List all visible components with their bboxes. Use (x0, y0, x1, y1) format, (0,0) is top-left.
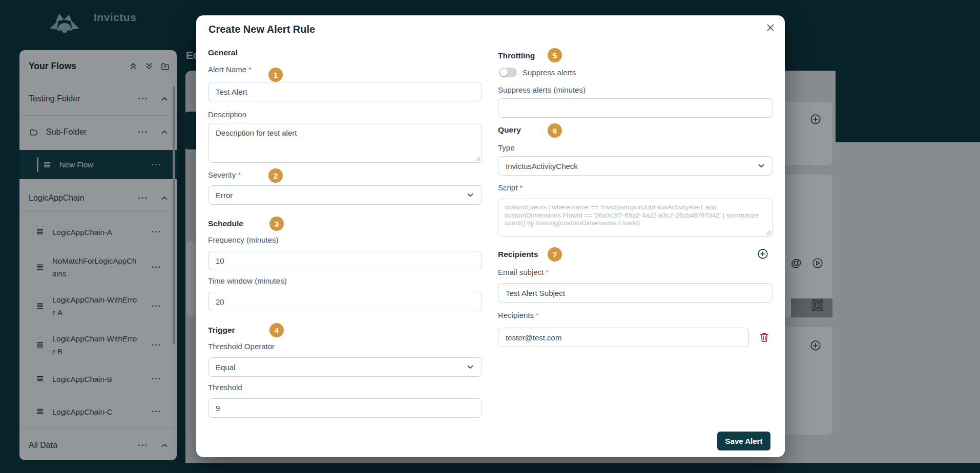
step-badge-3: 3 (269, 217, 284, 231)
step-badge-7: 7 (548, 247, 562, 262)
threshold-label: Threshold (208, 383, 242, 392)
step-badge-4: 4 (269, 323, 284, 337)
chevron-down-icon (466, 191, 474, 199)
threshold-operator-select[interactable]: Equal (208, 357, 482, 377)
severity-select[interactable]: Error (208, 185, 482, 205)
query-type-select[interactable]: InvictusActivityCheck (498, 156, 773, 176)
recipients-label: Recipients* (498, 311, 539, 319)
section-schedule: Schedule (208, 219, 243, 228)
section-general: General (208, 48, 238, 57)
alert-name-input[interactable] (208, 82, 482, 101)
threshold-operator-label: Threshold Operator (208, 342, 275, 351)
add-recipient-icon[interactable] (757, 248, 768, 260)
chevron-down-icon (757, 162, 765, 170)
frequency-label: Frequency (minutes) (208, 235, 279, 244)
suppress-alerts-toggle[interactable] (499, 68, 517, 77)
recipient-input[interactable] (498, 328, 749, 347)
section-query: Query (498, 125, 521, 135)
step-badge-2: 2 (268, 168, 283, 183)
delete-recipient-icon[interactable] (760, 332, 769, 342)
step-badge-1: 1 (268, 68, 283, 82)
query-type-label: Type (498, 143, 515, 152)
chevron-down-icon (466, 363, 474, 371)
suppress-alerts-label: Suppress alerts (523, 68, 576, 77)
suppress-minutes-label: Suppress alerts (minutes) (498, 85, 586, 94)
description-label: Description (208, 110, 246, 119)
create-alert-modal: Create New Alert Rule General Alert Name… (196, 15, 785, 457)
time-window-input[interactable] (208, 292, 482, 311)
close-icon (766, 24, 775, 32)
resize-grip-icon[interactable] (766, 230, 771, 235)
alert-name-label: Alert Name* (208, 65, 252, 74)
script-textarea[interactable] (498, 199, 773, 236)
frequency-input[interactable] (208, 251, 482, 270)
email-subject-label: Email subject* (498, 268, 549, 276)
email-subject-input[interactable] (498, 283, 773, 303)
modal-title: Create New Alert Rule (208, 24, 315, 35)
toggle-knob (500, 69, 508, 76)
time-window-label: Time window (minutes) (208, 276, 287, 285)
section-throttling: Throttling (498, 51, 535, 60)
step-badge-5: 5 (548, 48, 562, 62)
suppress-minutes-input[interactable] (498, 98, 773, 118)
resize-grip-icon[interactable] (475, 156, 481, 161)
step-badge-6: 6 (548, 123, 562, 138)
description-textarea[interactable]: Description for test alert (208, 123, 482, 163)
severity-label: Severity* (208, 170, 241, 179)
section-recipients: Recipients (498, 250, 538, 259)
threshold-input[interactable] (208, 398, 482, 418)
section-trigger: Trigger (208, 326, 235, 335)
script-label: Script* (498, 183, 523, 192)
save-alert-button[interactable]: Save Alert (717, 432, 770, 450)
close-button[interactable] (765, 22, 776, 33)
